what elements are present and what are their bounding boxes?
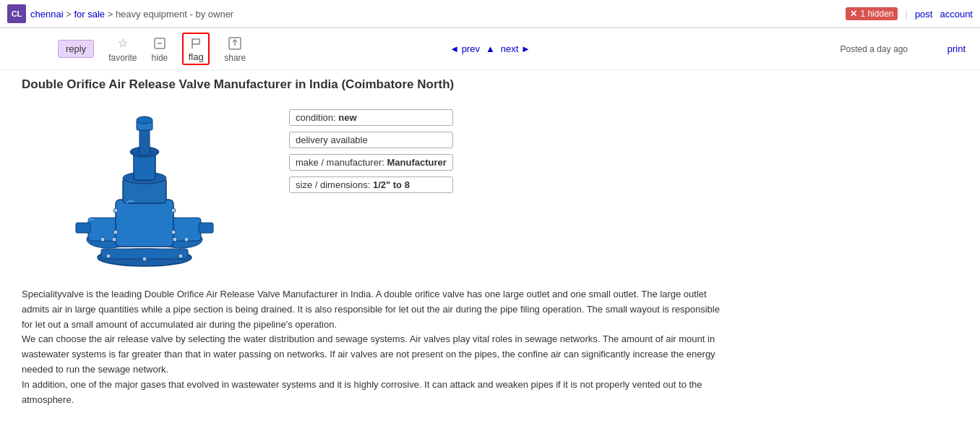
- hidden-count: 1 hidden: [860, 9, 893, 19]
- hide-button[interactable]: hide: [152, 35, 168, 63]
- prev-link[interactable]: ◄ prev: [450, 43, 480, 54]
- up-triangle: ▲: [486, 43, 495, 54]
- nav-center: ◄ prev ▲ next ►: [450, 43, 530, 54]
- next-arrow: ►: [521, 43, 530, 54]
- flag-label: flag: [189, 51, 204, 62]
- svg-point-19: [100, 237, 105, 242]
- share-icon: [227, 35, 243, 51]
- make-value: Manufacturer: [387, 157, 446, 168]
- size-label: size / dimensions:: [296, 179, 373, 190]
- next-link[interactable]: next ►: [501, 43, 530, 54]
- description-para-1: Specialityvalve is the leading Double Or…: [22, 287, 730, 332]
- svg-point-29: [106, 254, 111, 258]
- share-button[interactable]: share: [224, 35, 246, 63]
- share-label: share: [224, 53, 246, 63]
- right-nav: ✕ 1 hidden | post account: [846, 7, 973, 20]
- delivery-label: delivery available: [296, 135, 368, 145]
- breadcrumb: chennai > for sale > heavy equipment - b…: [30, 9, 233, 20]
- post-title: Double Orifice Air Release Valve Manufac…: [22, 77, 773, 92]
- flag-icon: [188, 35, 204, 51]
- svg-rect-27: [76, 223, 90, 233]
- breadcrumb-for-sale[interactable]: for sale: [74, 9, 105, 20]
- hidden-badge[interactable]: ✕ 1 hidden: [846, 7, 898, 20]
- prev-arrow: ◄: [450, 43, 459, 54]
- x-icon: ✕: [850, 9, 857, 19]
- make-tag: make / manufacturer: Manufacturer: [289, 154, 453, 171]
- delivery-tag: delivery available: [289, 132, 453, 148]
- toolbar: reply ☆ favorite hide flag: [58, 33, 246, 65]
- breadcrumb-city[interactable]: chennai: [30, 9, 64, 20]
- svg-point-31: [179, 254, 183, 258]
- svg-point-30: [142, 257, 147, 261]
- reply-label: reply: [66, 43, 86, 54]
- svg-point-24: [171, 208, 176, 213]
- print-container: print: [947, 43, 966, 54]
- hide-icon: [152, 35, 168, 51]
- main-content: Double Orifice Air Release Valve Manufac…: [0, 70, 795, 414]
- size-value: 1/2" to 8: [373, 179, 410, 190]
- favorite-button[interactable]: ☆ favorite: [108, 35, 137, 63]
- svg-rect-11: [116, 200, 173, 247]
- prev-label: prev: [462, 43, 480, 54]
- description-para-2: We can choose the air release valve by s…: [22, 332, 730, 377]
- make-label: make / manufacturer:: [296, 157, 387, 168]
- post-time: Posted a day ago: [841, 44, 908, 54]
- account-link[interactable]: account: [940, 9, 973, 20]
- svg-rect-16: [139, 127, 150, 155]
- flag-button[interactable]: flag: [182, 33, 210, 65]
- svg-rect-28: [199, 223, 213, 233]
- valve-image: [43, 106, 246, 272]
- svg-point-18: [137, 116, 152, 124]
- post-link[interactable]: post: [915, 9, 933, 20]
- svg-point-21: [173, 237, 177, 242]
- nav-toolbar-row: reply ☆ favorite hide flag: [0, 28, 980, 70]
- breadcrumb-category: heavy equipment - by owner: [116, 9, 233, 20]
- post-body: condition: new delivery available make /…: [22, 102, 773, 276]
- svg-point-26: [171, 230, 176, 234]
- star-icon: ☆: [115, 35, 131, 51]
- hide-label: hide: [152, 53, 168, 63]
- reply-button[interactable]: reply: [58, 40, 94, 58]
- up-link[interactable]: ▲: [486, 43, 495, 54]
- product-image: [22, 102, 267, 276]
- svg-point-22: [184, 237, 189, 242]
- posted-label: Posted a day ago: [841, 44, 908, 54]
- svg-point-25: [113, 230, 118, 234]
- condition-value: new: [338, 112, 356, 123]
- favorite-label: favorite: [108, 53, 137, 63]
- header: CL chennai > for sale > heavy equipment …: [0, 0, 980, 28]
- next-label: next: [501, 43, 519, 54]
- cl-logo: CL: [7, 4, 26, 23]
- svg-point-20: [112, 237, 116, 242]
- print-link[interactable]: print: [947, 43, 966, 54]
- condition-tag: condition: new: [289, 109, 453, 126]
- attributes-panel: condition: new delivery available make /…: [289, 102, 453, 276]
- description: Specialityvalve is the leading Double Or…: [22, 276, 730, 407]
- size-tag: size / dimensions: 1/2" to 8: [289, 176, 453, 193]
- description-para-3: In addition, one of the major gases that…: [22, 378, 730, 408]
- condition-label: condition:: [296, 112, 338, 123]
- svg-point-23: [113, 208, 118, 213]
